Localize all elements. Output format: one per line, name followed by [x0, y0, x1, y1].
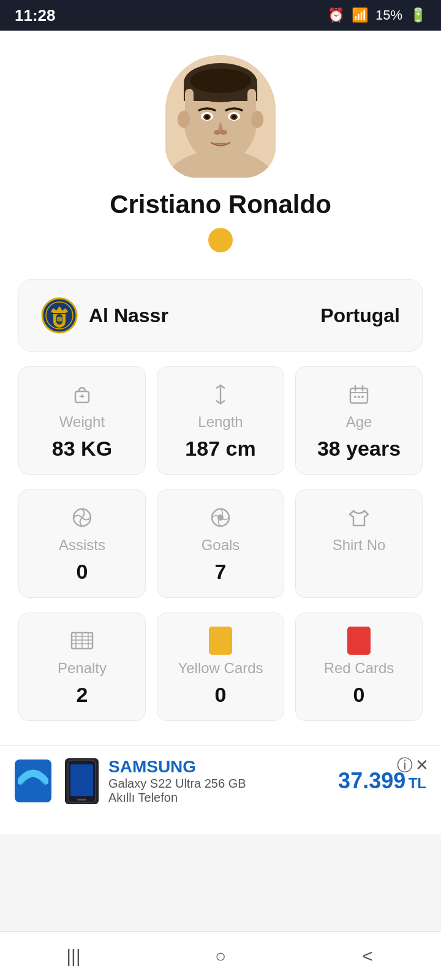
weight-label: Weight [59, 413, 105, 431]
stat-card-red-cards: Red Cards 0 [295, 612, 423, 721]
battery-icon: 🔋 [410, 7, 426, 23]
status-time: 11:28 [15, 6, 56, 25]
red-card-icon [347, 628, 371, 654]
yellow-card-icon [209, 628, 232, 654]
assists-icon [70, 505, 94, 530]
stats-grid-row1: Weight 83 KG Length 187 cm [18, 366, 423, 475]
nav-home-button[interactable]: ○ [196, 938, 245, 974]
ad-price: 37.399 [338, 768, 405, 793]
length-value: 187 cm [185, 437, 255, 461]
player-name: Cristiano Ronaldo [110, 190, 331, 219]
ad-brand: SAMSUNG [108, 757, 328, 777]
svg-point-24 [361, 396, 364, 398]
alarm-icon: ⏰ [328, 7, 344, 23]
yellow-cards-label: Yellow Cards [178, 660, 263, 677]
player-section: Cristiano Ronaldo [0, 31, 441, 265]
ad-currency: TL [409, 775, 426, 791]
stats-grid-row2: Assists 0 Goals 7 Shirt No [18, 489, 423, 598]
length-icon [209, 382, 232, 407]
country-name: Portugal [320, 304, 400, 327]
ad-logo [15, 760, 51, 802]
svg-point-9 [251, 111, 263, 128]
status-bar: 11:28 ⏰ 📶 15% 🔋 [0, 0, 441, 31]
stat-card-yellow-cards: Yellow Cards 0 [157, 612, 284, 721]
status-icons: ⏰ 📶 15% 🔋 [328, 7, 426, 23]
svg-point-23 [358, 396, 360, 398]
svg-point-14 [205, 115, 209, 119]
ad-text: SAMSUNG Galaxy S22 Ultra 256 GB Akıllı T… [108, 757, 328, 805]
red-cards-label: Red Cards [324, 660, 394, 677]
penalty-icon [69, 628, 95, 654]
stat-card-shirt: Shirt No [295, 489, 423, 598]
ad-close-button[interactable]: ⓘ ✕ [397, 755, 429, 776]
penalty-value: 2 [77, 683, 88, 707]
wifi-icon: 📶 [352, 7, 368, 23]
age-value: 38 years [317, 437, 401, 461]
club-name: Al Nassr [89, 304, 168, 327]
svg-rect-6 [185, 89, 194, 113]
info-icon: ⓘ [397, 755, 413, 776]
ad-desc1: Galaxy S22 Ultra 256 GB [108, 777, 328, 791]
stat-card-length: Length 187 cm [157, 366, 284, 475]
nav-menu-button[interactable]: ||| [49, 938, 98, 974]
assists-value: 0 [77, 560, 88, 584]
svg-rect-30 [70, 764, 93, 796]
svg-point-5 [190, 69, 251, 93]
svg-point-17 [220, 130, 227, 135]
club-logo [41, 297, 78, 334]
nav-back-button[interactable]: < [343, 938, 392, 974]
shirt-icon [347, 505, 371, 530]
nationality-dot [208, 228, 233, 252]
age-label: Age [346, 413, 372, 431]
yellow-cards-value: 0 [215, 683, 227, 707]
club-left: Al Nassr [41, 297, 168, 334]
close-icon[interactable]: ✕ [415, 756, 429, 775]
goals-label: Goals [202, 537, 240, 554]
goals-icon [209, 505, 232, 530]
weight-icon [70, 382, 94, 407]
svg-point-15 [232, 115, 236, 119]
stats-grid-row3: Penalty 2 Yellow Cards 0 Red Cards 0 [18, 612, 423, 721]
ad-desc2: Akıllı Telefon [108, 791, 328, 805]
ad-banner[interactable]: SAMSUNG Galaxy S22 Ultra 256 GB Akıllı T… [0, 745, 441, 816]
stat-card-assists: Assists 0 [18, 489, 146, 598]
stat-card-age: Age 38 years [295, 366, 423, 475]
svg-point-22 [354, 396, 356, 398]
stat-card-weight: Weight 83 KG [18, 366, 146, 475]
club-card: Al Nassr Portugal [18, 279, 423, 352]
svg-rect-7 [247, 89, 256, 113]
ad-phone-image [65, 758, 99, 804]
goals-value: 7 [215, 560, 227, 584]
weight-value: 83 KG [52, 437, 112, 461]
stat-card-penalty: Penalty 2 [18, 612, 146, 721]
nav-bar: ||| ○ < [0, 931, 441, 980]
avatar [165, 55, 276, 178]
svg-point-8 [178, 111, 190, 128]
length-label: Length [198, 413, 243, 431]
penalty-label: Penalty [58, 660, 107, 677]
svg-rect-31 [77, 799, 86, 801]
battery-text: 15% [375, 7, 402, 23]
main-content: Cristiano Ronaldo Al Nassr Portugal [0, 31, 441, 834]
red-cards-value: 0 [353, 683, 365, 707]
shirt-label: Shirt No [333, 537, 386, 554]
assists-label: Assists [59, 537, 105, 554]
age-icon [347, 382, 371, 407]
stat-card-goals: Goals 7 [157, 489, 284, 598]
